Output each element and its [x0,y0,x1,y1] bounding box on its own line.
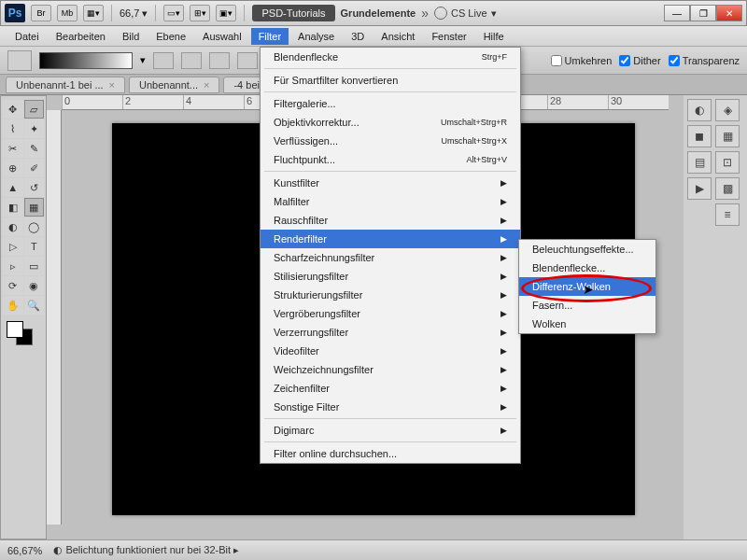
shape-tool[interactable]: ▭ [24,257,45,275]
menu-item-malfilter[interactable]: Malfilter▶ [261,192,520,211]
channels-panel-icon[interactable]: ▦ [715,125,740,147]
foreground-color-swatch[interactable] [7,321,23,338]
gradient-dropdown-icon[interactable]: ▾ [140,54,146,66]
heal-tool[interactable]: ⊕ [3,159,23,177]
menu-auswahl[interactable]: Auswahl [195,28,249,45]
masks-panel-icon[interactable]: ◼ [687,125,712,147]
menu-item-verfl-ssigen-[interactable]: Verflüssigen...Umschalt+Strg+X [261,132,520,150]
menu-item-objektivkorrektur-[interactable]: Objektivkorrektur...Umschalt+Strg+R [261,113,520,132]
menu-item-blendenflecke[interactable]: BlendenfleckeStrg+F [261,48,520,66]
current-tool-icon[interactable] [7,50,32,71]
menu-item-zeichenfilter[interactable]: Zeichenfilter▶ [261,379,520,398]
maximize-button[interactable]: ❐ [690,5,716,21]
document-tab[interactable]: Unbenannt...× [129,77,219,93]
menu-analyse[interactable]: Analyse [290,28,342,45]
menu-item-f-r-smartfilter-konvertieren[interactable]: Für Smartfilter konvertieren [261,71,520,90]
3d-camera-tool[interactable]: ◉ [24,276,45,295]
menu-item-renderfilter[interactable]: Renderfilter▶ [261,230,520,248]
history-brush-tool[interactable]: ↺ [24,178,45,197]
gradient-reflected-button[interactable] [237,52,258,69]
menu-item-vergr-berungsfilter[interactable]: Vergröberungsfilter▶ [261,304,520,323]
menu-fenster[interactable]: Fenster [424,28,473,45]
minimize-button[interactable]: — [664,5,690,21]
menu-filter[interactable]: Filter [251,28,289,45]
layers-panel-icon[interactable]: ◈ [715,99,740,121]
screen-mode-button[interactable]: ▣▾ [216,5,236,21]
status-message: ◐ Belichtung funktioniert nur bei 32-Bit… [53,544,239,556]
menu-3d[interactable]: 3D [344,28,372,45]
eyedropper-tool[interactable]: ✎ [24,139,45,158]
status-zoom[interactable]: 66,67% [7,545,42,556]
menu-item-filter-online-durchsuchen-[interactable]: Filter online durchsuchen... [261,444,520,463]
swatches-panel-icon[interactable]: ▩ [715,177,740,200]
arrange-button[interactable]: ⊞▾ [190,5,210,21]
crop-tool[interactable]: ✂ [3,139,23,158]
paths-panel-icon[interactable]: ⊡ [715,151,740,174]
menu-item-videofilter[interactable]: Videofilter▶ [261,342,520,360]
menu-item-rauschfilter[interactable]: Rauschfilter▶ [261,211,520,230]
styles-panel-icon[interactable]: ≡ [715,203,740,226]
hand-tool[interactable]: ✋ [3,296,23,315]
bridge-button[interactable]: Br [31,5,51,21]
workspace-more-icon[interactable]: » [421,6,429,21]
submenu-item-blendenflecke-[interactable]: Blendenflecke... [519,259,655,277]
adjustments-panel-icon[interactable]: ◐ [687,99,712,121]
pen-tool[interactable]: ▷ [3,237,23,256]
color-swatches[interactable] [3,319,44,347]
menu-ebene[interactable]: Ebene [148,28,193,45]
stamp-tool[interactable]: ▲ [3,178,23,197]
path-tool[interactable]: ▹ [3,257,23,275]
dither-checkbox[interactable]: Dither [619,55,660,66]
eraser-tool[interactable]: ◧ [3,198,23,217]
move-tool[interactable]: ✥ [3,100,23,119]
menu-item-sonstige-filter[interactable]: Sonstige Filter▶ [261,398,520,416]
gradient-linear-button[interactable] [153,52,174,69]
menu-datei[interactable]: Datei [7,28,47,45]
menu-ansicht[interactable]: Ansicht [374,28,422,45]
zoom-level[interactable]: 66,7 ▾ [120,7,148,20]
menu-item-strukturierungsfilter[interactable]: Strukturierungsfilter▶ [261,286,520,304]
tab-close-icon[interactable]: × [204,79,209,91]
type-tool[interactable]: T [24,237,45,256]
menu-hilfe[interactable]: Hilfe [476,28,512,45]
menu-item-stilisierungsfilter[interactable]: Stilisierungsfilter▶ [261,267,520,286]
document-tab[interactable]: Unbenannt-1 bei ...× [6,77,125,93]
3d-tool[interactable]: ⟳ [3,276,23,295]
minibridge-button[interactable]: Mb [57,5,78,21]
layout-button[interactable]: ▦▾ [83,5,104,21]
menu-item-digimarc[interactable]: Digimarc▶ [261,421,520,440]
menu-bearbeiten[interactable]: Bearbeiten [49,28,113,45]
dodge-tool[interactable]: ◯ [24,217,45,236]
transparency-checkbox[interactable]: Transparenz [669,55,740,66]
reverse-checkbox[interactable]: Umkehren [551,55,613,66]
submenu-item-fasern-[interactable]: Fasern... [519,296,655,315]
gradient-angle-button[interactable] [209,52,230,69]
workspace-name[interactable]: Grundelemente [341,7,416,19]
blur-tool[interactable]: ◐ [3,217,23,236]
submenu-item-wolken[interactable]: Wolken [519,315,655,333]
gradient-tool[interactable]: ▦ [24,198,45,217]
menu-item-verzerrungsfilter[interactable]: Verzerrungsfilter▶ [261,323,520,342]
actions-panel-icon[interactable]: ▶ [687,177,712,200]
history-panel-icon[interactable]: ▤ [687,151,712,174]
menu-item-kunstfilter[interactable]: Kunstfilter▶ [261,174,520,192]
marquee-tool[interactable]: ▱ [24,100,45,119]
menu-bild[interactable]: Bild [115,28,147,45]
menu-item-filtergalerie-[interactable]: Filtergalerie... [261,94,520,113]
menu-item-scharfzeichnungsfilter[interactable]: Scharfzeichnungsfilter▶ [261,248,520,267]
view-extras-button[interactable]: ▭▾ [163,5,184,21]
lasso-tool[interactable]: ⌇ [3,119,23,138]
gradient-radial-button[interactable] [181,52,202,69]
cslive-button[interactable]: CS Live ▾ [434,7,497,20]
wand-tool[interactable]: ✦ [24,119,45,138]
gradient-preview[interactable] [39,52,133,69]
cursor-icon: ➤ [583,282,594,297]
brush-tool[interactable]: ✐ [24,159,45,177]
workspace-pill[interactable]: PSD-Tutorials [252,5,334,21]
menu-item-fluchtpunkt-[interactable]: Fluchtpunkt...Alt+Strg+V [261,150,520,169]
tab-close-icon[interactable]: × [109,79,115,91]
menu-item-weichzeichnungsfilter[interactable]: Weichzeichnungsfilter▶ [261,360,520,379]
submenu-item-beleuchtungseffekte-[interactable]: Beleuchtungseffekte... [519,240,655,259]
zoom-tool[interactable]: 🔍 [24,296,45,315]
close-button[interactable]: ✕ [716,5,742,21]
